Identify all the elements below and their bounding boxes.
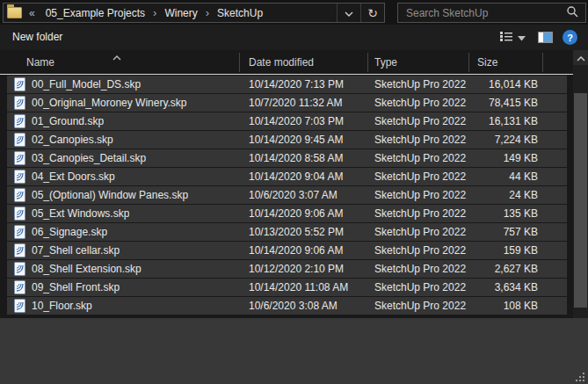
column-header-type[interactable]: Type: [374, 56, 397, 69]
table-row[interactable]: 09_Shell Front.skp 10/14/2020 11:08 AM S…: [7, 279, 567, 296]
folder-icon: [7, 7, 22, 18]
file-name-cell: 09_Shell Front.skp: [7, 280, 239, 294]
breadcrumb-separator-icon[interactable]: ›: [202, 6, 213, 19]
file-date: 10/7/2020 11:32 AM: [239, 97, 367, 109]
table-row[interactable]: 05_Ext Windows.skp 10/14/2020 9:06 AM Sk…: [7, 205, 567, 222]
search-input[interactable]: [398, 7, 563, 19]
scroll-up-button[interactable]: [573, 50, 588, 65]
vertical-scrollbar[interactable]: [573, 50, 588, 318]
breadcrumb-item-example-projects[interactable]: 05_Example Projects: [41, 7, 149, 19]
column-header-date-modified[interactable]: Date modified: [249, 56, 314, 69]
table-row[interactable]: 03_Canopies_Detail.skp 10/14/2020 8:58 A…: [7, 149, 567, 167]
table-row[interactable]: 06_Signage.skp 10/13/2020 5:52 PM Sketch…: [7, 223, 567, 241]
help-button[interactable]: ?: [563, 30, 577, 45]
address-bar[interactable]: « 05_Example Projects › Winery › SketchU…: [3, 3, 385, 23]
table-row[interactable]: 00_Original_Moroney Winery.skp 10/7/2020…: [7, 94, 567, 112]
file-size: 78,415 KB: [468, 97, 538, 109]
column-header-size[interactable]: Size: [477, 56, 497, 69]
file-name-cell: 02_Canopies.skp: [7, 133, 239, 147]
file-type: SketchUp Pro 2022: [367, 115, 468, 127]
refresh-button[interactable]: ↻: [361, 4, 384, 22]
sketchup-file-icon: [14, 206, 25, 221]
breadcrumb-overflow-chevrons[interactable]: «: [29, 7, 35, 19]
new-folder-button[interactable]: New folder: [9, 31, 66, 43]
table-row[interactable]: 08_Shell Extension.skp 10/12/2020 2:10 P…: [7, 260, 567, 278]
file-date: 10/14/2020 8:58 AM: [239, 152, 367, 164]
file-name: 04_Ext Doors.skp: [32, 170, 115, 183]
file-name: 08_Shell Extension.skp: [32, 263, 142, 275]
file-date: 10/14/2020 11:08 AM: [239, 281, 367, 293]
search-box[interactable]: [397, 3, 586, 23]
change-view-button[interactable]: [497, 29, 528, 46]
file-size: 2,627 KB: [468, 263, 538, 275]
column-header-name[interactable]: Name: [26, 56, 54, 69]
file-list: 00_Full_Model_DS.skp 10/14/2020 7:13 PM …: [0, 76, 573, 318]
file-type: SketchUp Pro 2022: [367, 189, 468, 201]
column-divider[interactable]: [367, 53, 368, 72]
table-row[interactable]: 01_Ground.skp 10/14/2020 7:03 PM SketchU…: [7, 112, 567, 130]
file-date: 10/6/2020 3:08 AM: [239, 300, 367, 312]
table-row[interactable]: 05_(Optional) Window Panes.skp 10/6/2020…: [7, 186, 567, 204]
help-icon: ?: [567, 33, 573, 43]
column-divider[interactable]: [239, 53, 240, 72]
sketchup-file-icon: [14, 225, 25, 239]
column-divider[interactable]: [542, 53, 543, 72]
table-row[interactable]: 10_Floor.skp 10/6/2020 3:08 AM SketchUp …: [7, 297, 567, 315]
file-date: 10/14/2020 7:13 PM: [239, 78, 367, 91]
file-name: 09_Shell Front.skp: [32, 281, 120, 293]
file-name-cell: 00_Original_Moroney Winery.skp: [7, 96, 239, 110]
file-date: 10/14/2020 9:06 AM: [239, 207, 367, 220]
sketchup-file-icon: [14, 262, 25, 276]
table-row[interactable]: 07_Shell cellar.skp 10/14/2020 9:06 AM S…: [7, 242, 567, 259]
file-date: 10/12/2020 2:10 PM: [239, 263, 367, 275]
file-open-dialog: « 05_Example Projects › Winery › SketchU…: [0, 0, 588, 384]
breadcrumb-separator-icon[interactable]: ›: [149, 6, 160, 19]
file-size: 3,634 KB: [468, 281, 538, 293]
breadcrumb-item-winery[interactable]: Winery: [160, 7, 201, 19]
file-name-cell: 10_Floor.skp: [7, 299, 239, 313]
file-size: 108 KB: [468, 300, 538, 312]
sketchup-file-icon: [14, 170, 25, 184]
file-name: 01_Ground.skp: [32, 115, 104, 127]
resize-grip[interactable]: [576, 373, 584, 381]
file-type: SketchUp Pro 2022: [367, 300, 468, 312]
table-row[interactable]: 00_Full_Model_DS.skp 10/14/2020 7:13 PM …: [7, 76, 567, 93]
chevron-down-icon: [518, 32, 526, 44]
chevron-down-icon: [345, 7, 353, 19]
chevron-up-icon: [577, 52, 585, 64]
file-name-cell: 05_(Optional) Window Panes.skp: [7, 188, 239, 202]
file-type: SketchUp Pro 2022: [367, 152, 468, 164]
file-name: 03_Canopies_Detail.skp: [32, 152, 146, 164]
sketchup-file-icon: [14, 133, 25, 147]
file-size: 24 KB: [468, 189, 538, 201]
file-type: SketchUp Pro 2022: [367, 78, 468, 91]
table-row[interactable]: 04_Ext Doors.skp 10/14/2020 9:04 AM Sket…: [7, 168, 567, 185]
address-dropdown-button[interactable]: [338, 4, 360, 22]
address-band: « 05_Example Projects › Winery › SketchU…: [0, 0, 588, 25]
table-row[interactable]: 02_Canopies.skp 10/14/2020 9:45 AM Sketc…: [7, 131, 567, 149]
file-type: SketchUp Pro 2022: [367, 170, 468, 183]
breadcrumb-item-sketchup[interactable]: SketchUp: [213, 7, 267, 19]
file-date: 10/14/2020 9:04 AM: [239, 170, 367, 183]
sketchup-file-icon: [14, 243, 25, 257]
file-size: 7,224 KB: [468, 134, 538, 146]
scrollbar-thumb[interactable]: [574, 93, 587, 308]
file-size: 135 KB: [468, 207, 538, 220]
preview-pane-button[interactable]: [535, 30, 555, 45]
file-name: 05_(Optional) Window Panes.skp: [32, 189, 188, 201]
file-size: 44 KB: [468, 170, 538, 183]
column-divider[interactable]: [468, 53, 469, 72]
search-icon[interactable]: [566, 5, 578, 20]
file-name-cell: 06_Signage.skp: [7, 225, 239, 239]
file-name: 05_Ext Windows.skp: [32, 207, 129, 220]
sketchup-file-icon: [14, 114, 25, 128]
file-size: 757 KB: [468, 226, 538, 238]
file-type: SketchUp Pro 2022: [367, 226, 468, 238]
file-type: SketchUp Pro 2022: [367, 207, 468, 220]
command-bar-icons: ?: [497, 28, 577, 47]
file-type: SketchUp Pro 2022: [367, 97, 468, 109]
sketchup-file-icon: [14, 280, 25, 294]
file-date: 10/6/2020 3:07 AM: [239, 189, 367, 201]
sketchup-file-icon: [14, 299, 25, 313]
sort-ascending-icon: [113, 51, 121, 63]
